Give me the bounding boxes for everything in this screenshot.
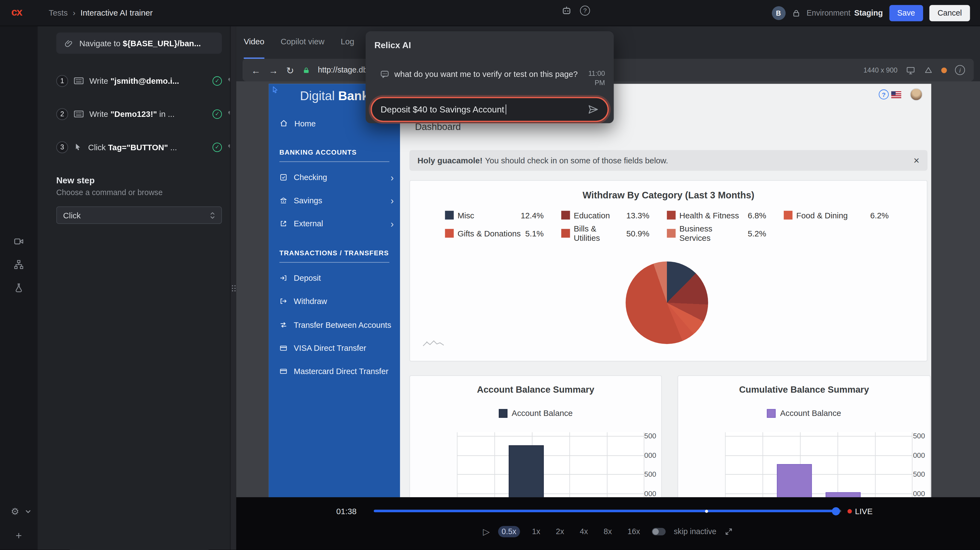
speed-option[interactable]: 4x xyxy=(576,526,592,537)
bank-sidebar: Digital Bank Home BANKING ACCOUNTS xyxy=(269,84,400,497)
back-icon[interactable]: ← xyxy=(251,65,261,75)
command-select-value: Click xyxy=(63,210,81,220)
bank-nav-external[interactable]: External› xyxy=(280,216,394,231)
relicx-ai-popup: Relicx AI what do you want me to verify … xyxy=(366,31,614,123)
send-icon[interactable] xyxy=(588,105,599,115)
fullscreen-icon[interactable] xyxy=(725,527,733,536)
section-divider xyxy=(280,161,390,162)
chart-watermark-icon xyxy=(422,338,447,349)
chrome-right-icons: 1440 x 900 i xyxy=(864,65,965,75)
legend-item[interactable]: Food & Dining6.2% xyxy=(784,208,906,222)
bank-nav-checking[interactable]: Checking› xyxy=(280,169,394,185)
bar-legend[interactable]: Account Balance xyxy=(410,408,661,418)
category-pie-chart xyxy=(625,261,708,344)
flask-icon[interactable] xyxy=(14,283,24,293)
monitor-icon[interactable] xyxy=(905,65,916,75)
test-step-row[interactable]: 3 Click Tag="BUTTON" ... ✓ ✎ xyxy=(56,136,234,158)
legend-item[interactable]: Gifts & Donations5.1% xyxy=(445,226,561,240)
settings-gear-icon[interactable]: ⚙ xyxy=(11,507,19,516)
bank-nav-mastercard-transfer[interactable]: Mastercard Direct Transfer xyxy=(280,363,394,378)
test-step-row[interactable]: 1 Write "jsmith@demo.i... ✓ ✎ xyxy=(56,70,234,91)
speed-option[interactable]: 1x xyxy=(528,526,544,537)
navigate-step[interactable]: Navigate to ${BASE_URL}/ban... xyxy=(56,33,222,54)
alert-banner: Holy guacamole! You should check in on s… xyxy=(409,150,928,171)
cumulative-balance-card: Cumulative Balance Summary Account Balan… xyxy=(678,375,931,497)
bank-nav-withdraw[interactable]: Withdraw xyxy=(280,293,394,308)
info-icon[interactable]: i xyxy=(955,65,965,75)
refresh-icon[interactable]: ↻ xyxy=(286,65,294,75)
legend-swatch xyxy=(445,211,453,220)
bank-nav-savings[interactable]: Savings› xyxy=(280,193,394,208)
command-select[interactable]: Click xyxy=(56,206,222,224)
section-divider xyxy=(280,262,390,263)
link-icon xyxy=(64,38,73,48)
legend-swatch xyxy=(562,229,570,238)
navigate-step-label: Navigate to ${BASE_URL}/ban... xyxy=(79,38,201,48)
step-success-icon: ✓ xyxy=(212,76,222,85)
speed-option[interactable]: 16x xyxy=(624,526,644,537)
cancel-button[interactable]: Cancel xyxy=(929,5,970,21)
speed-option[interactable]: 8x xyxy=(600,526,616,537)
workflow-icon[interactable] xyxy=(14,260,24,270)
record-icon[interactable] xyxy=(941,67,947,73)
legend-item[interactable]: Health & Fitness6.8% xyxy=(667,208,784,222)
chevron-right-icon: › xyxy=(391,218,394,228)
environment-value[interactable]: Staging xyxy=(854,9,883,18)
ai-message: what do you want me to verify or test on… xyxy=(394,70,578,79)
skip-inactive-toggle[interactable] xyxy=(652,528,665,535)
legend-swatch xyxy=(667,211,676,220)
triangle-icon[interactable] xyxy=(924,66,933,75)
tab-copilot-view[interactable]: Copilot view xyxy=(280,26,324,59)
progress-scrubber[interactable] xyxy=(832,507,840,515)
tab-log[interactable]: Log xyxy=(341,26,355,59)
save-button[interactable]: Save xyxy=(889,5,923,21)
bank-section-banking-accounts: BANKING ACCOUNTS xyxy=(280,148,357,156)
step-label: Write "jsmith@demo.i... xyxy=(89,76,207,85)
user-avatar[interactable]: B xyxy=(772,6,785,20)
speed-option[interactable]: 0.5x xyxy=(498,526,520,537)
viewport-resolution: 1440 x 900 xyxy=(864,66,897,73)
legend-item[interactable]: Bills & Utilities50.9% xyxy=(562,226,667,240)
live-label[interactable]: LIVE xyxy=(855,507,873,516)
us-flag-icon[interactable] xyxy=(891,91,901,98)
ai-prompt-input[interactable]: Deposit $40 to Savings Account xyxy=(371,97,609,122)
bot-icon[interactable] xyxy=(562,5,572,16)
ssl-lock-icon xyxy=(302,66,310,74)
video-camera-icon[interactable] xyxy=(13,236,24,247)
progress-bar[interactable] xyxy=(374,510,842,512)
playback-time: 01:38 xyxy=(336,507,356,516)
video-playback-area[interactable]: Digital Bank Home BANKING ACCOUNTS xyxy=(236,81,980,497)
collapse-chevron-icon[interactable] xyxy=(25,509,31,514)
bar-plot-area xyxy=(725,432,912,497)
forward-icon[interactable]: → xyxy=(269,65,278,75)
play-icon[interactable]: ▷ xyxy=(483,527,490,536)
legend-item[interactable]: Education13.3% xyxy=(562,208,667,222)
bank-help-icon[interactable]: ? xyxy=(879,89,889,100)
chat-bubble-icon xyxy=(380,70,390,79)
bar-legend[interactable]: Account Balance xyxy=(678,408,930,418)
legend-item[interactable]: Business Services5.2% xyxy=(667,226,784,240)
legend-swatch xyxy=(562,211,570,220)
bank-app-viewport: Digital Bank Home BANKING ACCOUNTS xyxy=(269,84,931,497)
bank-nav-visa-transfer[interactable]: VISA Direct Transfer xyxy=(280,340,394,355)
keyboard-icon xyxy=(74,110,84,118)
test-step-row[interactable]: 2 Write "Demo123!" in ... ✓ ✎ xyxy=(56,103,234,124)
help-icon[interactable]: ? xyxy=(580,5,590,15)
panel-resize-handle[interactable] xyxy=(230,26,236,550)
alert-close-icon[interactable]: × xyxy=(913,155,919,166)
legend-swatch xyxy=(445,229,453,238)
speed-option[interactable]: 2x xyxy=(552,526,568,537)
add-plus-icon[interactable]: + xyxy=(16,530,22,541)
legend-item[interactable]: Misc12.4% xyxy=(445,208,561,222)
tab-video[interactable]: Video xyxy=(243,26,264,59)
cumulative-balance-bar xyxy=(826,492,861,497)
topbar-center-icons: ? xyxy=(562,5,590,16)
breadcrumb-tests-link[interactable]: Tests xyxy=(49,8,68,18)
bank-nav-deposit[interactable]: Deposit xyxy=(280,270,394,285)
step-label: Click Tag="BUTTON" ... xyxy=(88,142,207,151)
bank-user-avatar[interactable] xyxy=(910,88,923,101)
select-spinner-icon xyxy=(210,211,215,219)
account-balance-card: Account Balance Summary Account Balance … xyxy=(409,375,662,497)
step-number-badge: 1 xyxy=(56,75,68,86)
bank-nav-transfer[interactable]: Transfer Between Accounts xyxy=(280,317,394,332)
